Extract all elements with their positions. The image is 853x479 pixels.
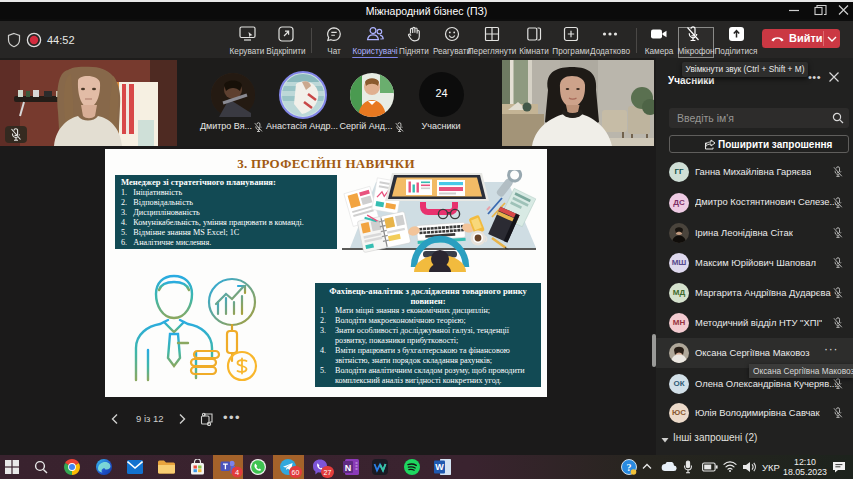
svg-text:?: ? [627,462,632,473]
svg-text:27: 27 [324,469,332,476]
svg-text:4: 4 [235,468,239,477]
svg-text:N: N [345,463,352,473]
svg-text:W: W [435,462,444,472]
svg-text:60: 60 [292,469,300,476]
